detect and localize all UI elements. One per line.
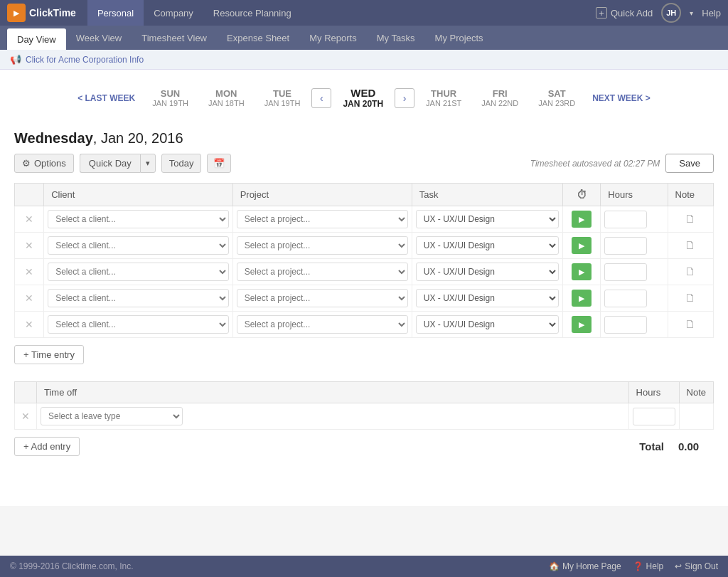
hours-input-1[interactable]: [604, 211, 647, 228]
sign-out-label: Sign Out: [685, 561, 718, 571]
footer-help-link[interactable]: ❓ Help: [633, 561, 664, 571]
client-select-1[interactable]: Select a client...: [48, 210, 229, 228]
project-select-2[interactable]: Select a project...: [237, 236, 408, 255]
home-page-link[interactable]: 🏠 My Home Page: [549, 561, 621, 571]
project-select-3[interactable]: Select a project...: [237, 263, 408, 281]
leave-type-select[interactable]: Select a leave type: [41, 407, 183, 425]
project-select-4[interactable]: Select a project...: [237, 289, 408, 307]
footer: © 1999-2016 Clicktime.com, Inc. 🏠 My Hom…: [0, 556, 728, 577]
save-button[interactable]: Save: [665, 154, 714, 173]
day-mon[interactable]: MON JAN 18TH: [198, 84, 255, 112]
tab-week-view[interactable]: Week View: [66, 26, 132, 50]
task-select-5[interactable]: UX - UX/UI Design: [416, 315, 559, 334]
task-select-4[interactable]: UX - UX/UI Design: [416, 289, 559, 307]
note-icon-2[interactable]: 🗋: [685, 239, 696, 251]
day-fri[interactable]: FRI JAN 22ND: [471, 84, 528, 112]
time-off-row: ✕ Select a leave type: [15, 403, 714, 430]
remove-row-4-button[interactable]: ✕: [22, 291, 36, 305]
day-date-mon: JAN 18TH: [208, 99, 245, 107]
table-row: ✕ Select a client... Select a project...…: [15, 206, 714, 233]
play-button-2[interactable]: ▶: [572, 237, 592, 254]
col-hours: Hours: [601, 184, 668, 206]
task-select-2[interactable]: UX - UX/UI Design: [416, 236, 559, 255]
add-time-entry-row: + Time entry: [14, 338, 714, 371]
tab-my-tasks[interactable]: My Tasks: [367, 26, 425, 50]
client-select-3[interactable]: Select a client...: [48, 263, 229, 281]
next-day-arrow[interactable]: ›: [395, 88, 414, 108]
day-wed[interactable]: WED JAN 20TH: [333, 83, 393, 113]
tab-timesheet-view[interactable]: Timesheet View: [132, 26, 217, 50]
total-value: 0.00: [678, 440, 714, 452]
top-nav-resource-planning[interactable]: Resource Planning: [203, 0, 301, 26]
hours-input-3[interactable]: [604, 263, 647, 281]
sign-out-link[interactable]: ↩ Sign Out: [675, 561, 718, 571]
today-button[interactable]: Today: [161, 154, 202, 173]
top-nav: ▶ ClickTime Personal Company Resource Pl…: [0, 0, 728, 26]
play-button-4[interactable]: ▶: [572, 290, 592, 307]
question-icon: ❓: [633, 561, 643, 571]
col-client: Client: [44, 184, 233, 206]
top-nav-company[interactable]: Company: [144, 0, 203, 26]
signout-icon: ↩: [675, 561, 682, 571]
add-time-entry-button[interactable]: + Time entry: [14, 345, 84, 364]
quick-day-group: Quick Day ▾: [80, 154, 156, 173]
hours-input-4[interactable]: [604, 290, 647, 307]
gear-icon: ⚙: [22, 158, 31, 169]
play-button-5[interactable]: ▶: [572, 316, 592, 333]
note-icon-1[interactable]: 🗋: [685, 213, 696, 225]
day-sat[interactable]: SAT JAN 23RD: [528, 84, 585, 112]
note-icon-4[interactable]: 🗋: [685, 292, 696, 304]
play-button-3[interactable]: ▶: [572, 263, 592, 280]
play-button-1[interactable]: ▶: [572, 211, 592, 228]
user-badge[interactable]: JH: [661, 3, 681, 23]
logo[interactable]: ▶ ClickTime: [7, 4, 76, 22]
hours-input-5[interactable]: [604, 316, 647, 334]
tab-expense-sheet[interactable]: Expense Sheet: [217, 26, 299, 50]
tab-my-projects[interactable]: My Projects: [425, 26, 493, 50]
time-off-hours-input[interactable]: [633, 408, 675, 425]
table-row: ✕ Select a client... Select a project...…: [15, 312, 714, 338]
tab-my-reports[interactable]: My Reports: [299, 26, 366, 50]
client-select-2[interactable]: Select a client...: [48, 236, 229, 255]
note-icon-5[interactable]: 🗋: [685, 318, 696, 330]
logo-icon: ▶: [7, 4, 26, 22]
client-select-4[interactable]: Select a client...: [48, 289, 229, 307]
day-date-thu: JAN 21ST: [426, 99, 461, 107]
help-link[interactable]: Help: [702, 8, 721, 18]
tab-day-view[interactable]: Day View: [7, 28, 66, 50]
quick-add-button[interactable]: + Quick Add: [596, 7, 653, 18]
day-date-sun: JAN 19TH: [152, 99, 188, 107]
col-remove: [15, 184, 44, 206]
prev-day-arrow[interactable]: ‹: [311, 88, 331, 108]
project-select-1[interactable]: Select a project...: [237, 210, 408, 228]
note-icon-3[interactable]: 🗋: [685, 265, 696, 277]
client-select-5[interactable]: Select a client...: [48, 315, 229, 334]
remove-time-off-button[interactable]: ✕: [18, 409, 33, 423]
corporation-info-link[interactable]: Click for Acme Corporation Info: [26, 55, 144, 65]
options-button[interactable]: ⚙ Options: [14, 154, 74, 173]
task-select-3[interactable]: UX - UX/UI Design: [416, 263, 559, 281]
day-thu[interactable]: THUR JAN 21ST: [416, 84, 471, 112]
remove-row-2-button[interactable]: ✕: [22, 238, 36, 253]
add-entry-button[interactable]: + Add entry: [14, 437, 80, 456]
calendar-icon-button[interactable]: 📅: [207, 154, 231, 173]
date-rest: , Jan 20, 2016: [93, 130, 183, 146]
day-name-tue: TUE: [264, 88, 301, 99]
time-off-note-col: Note: [679, 382, 713, 403]
next-week-link[interactable]: NEXT WEEK >: [585, 93, 658, 103]
task-select-1[interactable]: UX - UX/UI Design: [416, 210, 559, 228]
remove-row-5-button[interactable]: ✕: [22, 317, 36, 332]
hours-input-2[interactable]: [604, 237, 647, 255]
day-sun[interactable]: SUN JAN 19TH: [142, 84, 198, 112]
project-select-5[interactable]: Select a project...: [237, 315, 408, 334]
day-name-mon: MON: [208, 88, 245, 99]
quick-day-button[interactable]: Quick Day: [80, 154, 140, 173]
plus-box-icon: +: [596, 7, 607, 18]
last-week-link[interactable]: < LAST WEEK: [70, 93, 142, 103]
logo-text: ClickTime: [29, 7, 76, 18]
remove-row-1-button[interactable]: ✕: [22, 212, 36, 226]
remove-row-3-button[interactable]: ✕: [22, 265, 36, 279]
day-tue[interactable]: TUE JAN 19TH: [255, 84, 311, 112]
quick-day-dropdown-arrow[interactable]: ▾: [140, 154, 156, 173]
top-nav-personal[interactable]: Personal: [87, 0, 144, 26]
